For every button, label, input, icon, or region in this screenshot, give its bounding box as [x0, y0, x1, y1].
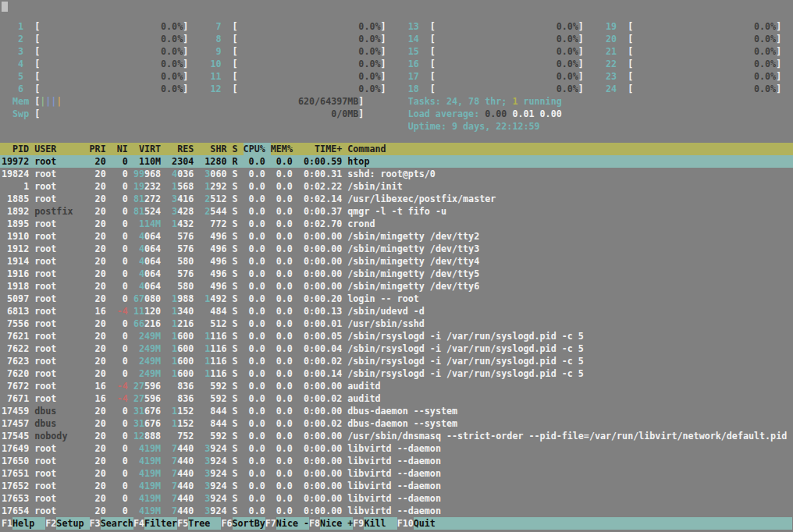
- process-row[interactable]: 5097root2006708019881492S0.00.00:00.20lo…: [2, 293, 793, 305]
- process-row[interactable]: 17545nobody20012888752592S0.00.00:00.00/…: [2, 430, 793, 442]
- fkey-f1-key[interactable]: F1: [2, 517, 12, 530]
- process-row[interactable]: 17459dbus200316761152844S0.00.00:00.00db…: [2, 405, 793, 417]
- process-row[interactable]: 1914root2004064580496S0.00.00:00.00/sbin…: [2, 255, 793, 268]
- column-header-virt[interactable]: VIRT: [133, 143, 161, 155]
- column-header-pri[interactable]: PRI: [90, 143, 106, 155]
- fkey-f7-action[interactable]: Nice -: [276, 517, 309, 530]
- fkey-f5-key[interactable]: F5: [177, 517, 188, 530]
- process-row[interactable]: 17654root200419M74403924S0.00.00:00.00li…: [2, 505, 793, 517]
- meter-open-bracket: [: [34, 95, 40, 108]
- virt-low-part: 676: [144, 418, 161, 429]
- process-row[interactable]: 17649root200419M74403924S0.00.00:00.00li…: [2, 442, 793, 455]
- virt-high-part: 31: [133, 406, 144, 417]
- ni-cell: -4: [112, 392, 128, 405]
- state-cell: S: [233, 405, 238, 417]
- process-row[interactable]: 1918root2004064580496S0.00.00:00.00/sbin…: [2, 280, 793, 293]
- mem-cell: 0.0: [271, 255, 293, 268]
- column-header-res[interactable]: RES: [166, 143, 194, 155]
- fkey-f2-key[interactable]: F2: [45, 517, 56, 530]
- meter-close-bracket: ]: [578, 83, 584, 95]
- fkey-f2-action[interactable]: Setup: [56, 517, 89, 530]
- cpu-meter-value: 0.0%: [40, 20, 183, 33]
- shr-cell: 1492: [199, 293, 226, 305]
- process-row[interactable]: 7672root16-427596836592S0.00.00:00.00aud…: [2, 380, 793, 392]
- fkey-f10-key[interactable]: F10: [397, 517, 414, 530]
- fkey-f3-key[interactable]: F3: [90, 517, 101, 530]
- command-cell: /usr/libexec/postfix/master: [347, 193, 792, 205]
- column-header-pid[interactable]: PID: [2, 143, 29, 155]
- ni-cell: 0: [112, 505, 128, 517]
- process-row[interactable]: 7621root200249M16001116S0.00.00:00.05/sb…: [2, 330, 793, 342]
- process-row[interactable]: 7671root16-427596836592S0.00.00:00.02aud…: [2, 392, 793, 405]
- user-cell: root: [34, 168, 84, 180]
- meter-close-bracket: ]: [776, 45, 781, 58]
- process-row[interactable]: 17652root200419M74403924S0.00.00:00.00li…: [2, 480, 793, 492]
- res-cell: 1340: [166, 305, 194, 317]
- process-row[interactable]: 1912root2004064576496S0.00.00:00.00/sbin…: [2, 243, 793, 255]
- fkey-f6-key[interactable]: F6: [221, 517, 232, 530]
- state-cell: S: [233, 455, 238, 467]
- column-header-user[interactable]: USER: [34, 143, 84, 155]
- process-row[interactable]: 1892postfix2008152434282544S0.00.00:00.3…: [2, 205, 793, 218]
- fkey-f5-action[interactable]: Tree: [188, 517, 221, 530]
- virt-cell: 81524: [133, 205, 161, 218]
- res-low-part: 440: [177, 456, 194, 466]
- process-row[interactable]: 1885root2008127234162512S0.00.00:02.14/u…: [2, 193, 793, 205]
- fkey-f7-key[interactable]: F7: [265, 517, 276, 530]
- res-cell: 1600: [166, 342, 194, 355]
- process-row[interactable]: 17650root200419M74403924S0.00.00:00.00li…: [2, 455, 793, 467]
- pid-cell: 1885: [2, 193, 29, 205]
- fkey-f8-key[interactable]: F8: [309, 517, 320, 530]
- process-row[interactable]: 1910root2004064576496S0.00.00:00.00/sbin…: [2, 230, 793, 243]
- res-low-part: 036: [177, 168, 194, 179]
- shr-low-part: 496: [210, 256, 226, 267]
- process-row[interactable]: 17653root200419M74403924S0.00.00:00.00li…: [2, 492, 793, 505]
- process-row[interactable]: 17651root200419M74403924S0.00.00:00.00li…: [2, 467, 793, 480]
- fkey-f10-action[interactable]: Quit: [414, 517, 793, 530]
- time-cell: 0:00.20: [298, 293, 342, 305]
- cpu-meter-id: 10: [210, 58, 221, 70]
- fkey-f4-action[interactable]: Filter: [144, 517, 177, 530]
- fkey-f6-action[interactable]: SortBy: [233, 517, 265, 530]
- virt-high-part: 419M: [139, 456, 161, 466]
- process-row[interactable]: 19824root2009996840363060S0.00.00:00.31s…: [2, 168, 793, 180]
- ni-cell: 0: [112, 417, 128, 430]
- fkey-f1-action[interactable]: Help: [12, 517, 45, 530]
- process-row[interactable]: 17457dbus200316761152844S0.00.00:00.02db…: [2, 417, 793, 430]
- meter-open-bracket: [: [628, 70, 633, 83]
- virt-cell: 114M: [133, 218, 161, 230]
- res-cell: 7440: [166, 467, 194, 480]
- virt-cell: 81272: [133, 193, 161, 205]
- column-header-cpu[interactable]: CPU%: [244, 143, 265, 155]
- column-header-cmd[interactable]: Command: [347, 143, 792, 155]
- process-row[interactable]: 7623root200249M16001116S0.00.00:00.02/sb…: [2, 355, 793, 367]
- process-row[interactable]: 7556root200662161216512S0.00.00:00.01/us…: [2, 317, 793, 330]
- shr-low-part: 116: [210, 343, 226, 354]
- fkey-f8-action[interactable]: Nice +: [320, 517, 353, 530]
- column-header-mem[interactable]: MEM%: [271, 143, 293, 155]
- process-row[interactable]: 19972root200110M23041280R0.00.00:00.59ht…: [2, 155, 793, 168]
- res-cell: 3416: [166, 193, 194, 205]
- column-header-shr[interactable]: SHR: [199, 143, 226, 155]
- time-cell: 0:00.00: [298, 268, 342, 280]
- column-header-ni[interactable]: NI: [112, 143, 128, 155]
- process-row[interactable]: 1root2001923215681292S0.00.00:02.22/sbin…: [2, 180, 793, 193]
- load-15min: 0.00: [540, 108, 562, 120]
- mem-cell: 0.0: [271, 218, 293, 230]
- process-row[interactable]: 7622root200249M16001116S0.00.00:00.04/sb…: [2, 342, 793, 355]
- fkey-f4-key[interactable]: F4: [133, 517, 144, 530]
- column-header-time[interactable]: TIME+: [298, 143, 342, 155]
- shr-low-part: 512: [210, 318, 226, 329]
- process-row[interactable]: 1916root2004064576496S0.00.00:00.00/sbin…: [2, 268, 793, 280]
- shr-cell: 772: [199, 218, 226, 230]
- command-cell: libvirtd --daemon: [347, 467, 792, 480]
- cpu-meter-id: 16: [408, 58, 419, 70]
- fkey-f9-key[interactable]: F9: [353, 517, 364, 530]
- fkey-f3-action[interactable]: Search: [101, 517, 133, 530]
- process-row[interactable]: 7620root200249M16001116S0.00.00:00.14/sb…: [2, 367, 793, 380]
- process-row[interactable]: 6813root16-4111201340484S0.00.00:00.13/s…: [2, 305, 793, 317]
- process-row[interactable]: 1895root200114M1432772S0.00.00:02.70cron…: [2, 218, 793, 230]
- user-cell: root: [34, 268, 84, 280]
- fkey-f9-action[interactable]: Kill: [364, 517, 396, 530]
- column-header-s[interactable]: S: [233, 143, 238, 155]
